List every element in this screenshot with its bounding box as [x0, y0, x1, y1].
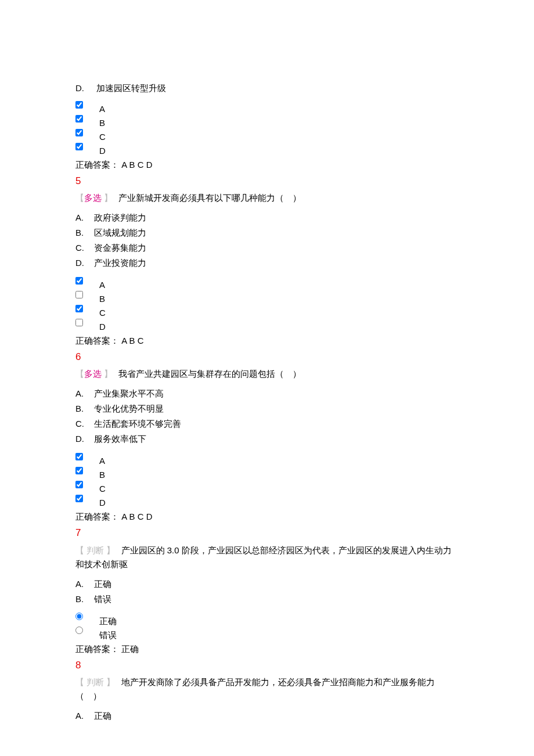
question-number: 6 [75, 349, 459, 365]
checkbox-label: D [99, 496, 106, 510]
option-a: A.产业集聚水平不高 [75, 387, 459, 401]
checkbox-row-c: C [75, 304, 459, 318]
checkbox-row-b: B [75, 114, 459, 128]
radio-label: 正确 [99, 614, 117, 628]
option-a: A.正确 [75, 577, 459, 591]
option-text: 正确 [94, 579, 111, 589]
checkbox-row-b: B [75, 466, 459, 480]
question-header: 【多选 】 产业新城开发商必须具有以下哪几种能力（ ） [75, 191, 459, 205]
checkbox-a[interactable] [75, 101, 83, 109]
bracket-close: 】 [106, 677, 115, 687]
radio-row-true: 正确 [75, 612, 459, 626]
option-text: 正确 [94, 711, 111, 721]
checkbox-row-d: D [75, 494, 459, 507]
checkbox-a[interactable] [75, 277, 83, 285]
checkbox-row-d: D [75, 318, 459, 332]
checkbox-d[interactable] [75, 319, 83, 326]
answer-value: A B C D [119, 160, 153, 170]
option-text: 专业化优势不明显 [94, 404, 164, 413]
question-type: 多选 [84, 193, 104, 203]
question-6: 6 【多选 】 我省产业共建园区与集群存在的问题包括（ ） A.产业集聚水平不高… [75, 349, 459, 524]
option-prefix: C. [75, 417, 94, 431]
checkbox-d[interactable] [75, 495, 83, 502]
radio-false[interactable] [75, 627, 83, 634]
checkbox-b[interactable] [75, 291, 83, 298]
bracket-open: 【 [75, 545, 86, 555]
option-c: C.资金募集能力 [75, 241, 459, 255]
answer-label: 正确答案： [75, 512, 119, 521]
checkbox-b[interactable] [75, 467, 83, 474]
answer-label: 正确答案： [75, 160, 119, 170]
bracket-open: 【 [75, 677, 86, 687]
question-header: 【多选 】 我省产业共建园区与集群存在的问题包括（ ） [75, 367, 459, 381]
question-header: 【 判断 】 地产开发商除了必须具备产品开发能力，还必须具备产业招商能力和产业服… [75, 675, 459, 703]
option-d: D. 加速园区转型升级 [75, 81, 459, 95]
option-prefix: C. [75, 241, 94, 255]
option-text: 产业投资能力 [94, 258, 146, 268]
bracket-close: 】 [104, 369, 113, 379]
checkbox-group: A B C D [75, 100, 459, 156]
question-5: 5 【多选 】 产业新城开发商必须具有以下哪几种能力（ ） A.政府谈判能力 B… [75, 173, 459, 348]
bracket-open: 【 [75, 193, 84, 203]
correct-answer: 正确答案： A B C D [75, 158, 459, 172]
checkbox-row-a: A [75, 276, 459, 290]
checkbox-c[interactable] [75, 305, 83, 312]
option-d: D.服务效率低下 [75, 432, 459, 446]
option-a: A.政府谈判能力 [75, 211, 459, 225]
checkbox-label: B [99, 468, 105, 482]
checkbox-row-c: C [75, 128, 459, 142]
question-type: 判断 [86, 677, 106, 687]
question-type: 判断 [86, 545, 106, 555]
option-prefix: D. [75, 432, 94, 446]
checkbox-group: A B C D [75, 276, 459, 332]
option-prefix: A. [75, 709, 94, 723]
checkbox-c[interactable] [75, 481, 83, 488]
option-prefix: B. [75, 226, 94, 240]
question-header: 【 判断 】 产业园区的 3.0 阶段，产业园区以总部经济园区为代表，产业园区的… [75, 543, 459, 571]
option-b: B.区域规划能力 [75, 226, 459, 240]
checkbox-c[interactable] [75, 129, 83, 136]
question-text: 地产开发商除了必须具备产品开发能力，还必须具备产业招商能力和产业服务能力（ ） [75, 677, 435, 701]
radio-row-false: 错误 [75, 626, 459, 640]
checkbox-label: A [99, 278, 105, 292]
checkbox-group: A B C D [75, 452, 459, 507]
checkbox-label: D [99, 144, 106, 158]
checkbox-a[interactable] [75, 453, 83, 460]
question-8: 8 【 判断 】 地产开发商除了必须具备产品开发能力，还必须具备产业招商能力和产… [75, 657, 459, 723]
checkbox-d[interactable] [75, 143, 83, 150]
option-prefix: A. [75, 211, 94, 225]
correct-answer: 正确答案： 正确 [75, 642, 459, 656]
checkbox-b[interactable] [75, 115, 83, 123]
question-4-tail: D. 加速园区转型升级 A B C D 正确答案： A B C D [75, 81, 459, 172]
checkbox-row-a: A [75, 100, 459, 114]
option-b: B.错误 [75, 592, 459, 606]
question-text: 产业新城开发商必须具有以下哪几种能力（ ） [116, 193, 301, 203]
correct-answer: 正确答案： A B C [75, 334, 459, 348]
checkbox-label: A [99, 102, 105, 116]
option-text: 服务效率低下 [94, 434, 146, 444]
checkbox-row-d: D [75, 142, 459, 156]
checkbox-row-a: A [75, 452, 459, 466]
options-block: A.政府谈判能力 B.区域规划能力 C.资金募集能力 D.产业投资能力 [75, 211, 459, 270]
options-block: A.正确 B.错误 [75, 577, 459, 606]
question-number: 8 [75, 657, 459, 673]
option-text: 资金募集能力 [94, 243, 146, 253]
question-text: 我省产业共建园区与集群存在的问题包括（ ） [116, 369, 301, 379]
option-text: 政府谈判能力 [94, 213, 146, 222]
question-number: 7 [75, 525, 459, 541]
radio-true[interactable] [75, 613, 83, 620]
checkbox-label: C [99, 130, 106, 144]
bracket-close: 】 [106, 545, 115, 555]
checkbox-label: A [99, 454, 105, 468]
option-text: 区域规划能力 [94, 228, 146, 237]
option-prefix: D. [75, 81, 94, 95]
checkbox-row-c: C [75, 480, 459, 494]
answer-value: A B C D [119, 512, 153, 521]
option-text: 产业集聚水平不高 [94, 388, 164, 398]
answer-value: 正确 [119, 644, 139, 654]
options-block: A.正确 [75, 709, 459, 723]
option-text: 生活配套环境不够完善 [94, 419, 181, 429]
option-prefix: B. [75, 402, 94, 416]
options-block: A.产业集聚水平不高 B.专业化优势不明显 C.生活配套环境不够完善 D.服务效… [75, 387, 459, 446]
option-text: 加速园区转型升级 [96, 83, 166, 93]
